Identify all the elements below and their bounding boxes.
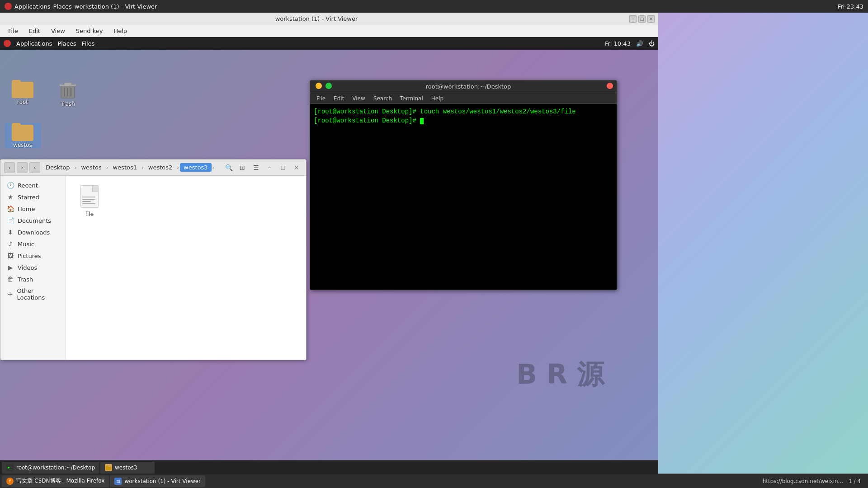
guest-taskbar-filemanager-label: westos3 — [115, 465, 137, 471]
fm-icon-view-button[interactable]: ⊞ — [236, 162, 248, 174]
virt-menu-help[interactable]: Help — [109, 27, 132, 35]
fm-sidebar: 🕐 Recent ★ Starred 🏠 Home 📄 — [0, 176, 66, 360]
term-menu-terminal[interactable]: Terminal — [396, 94, 427, 103]
fm-nav-area: ‹ › ‹ Desktop › westos › westos1 › westo… — [4, 162, 302, 174]
folder-body-westos — [12, 125, 33, 141]
terminal-minimize-button[interactable] — [316, 83, 322, 89]
fm-zoom-out-button[interactable]: − — [264, 162, 275, 174]
fm-bread-westos1[interactable]: westos1 — [109, 163, 141, 172]
desktop-icon-westos[interactable]: westos — [5, 123, 41, 148]
virt-close-button[interactable]: ✕ — [647, 15, 655, 23]
virt-menu-view[interactable]: View — [47, 27, 70, 35]
host-taskbar-url: https://blog.csdn.net/weixin... — [763, 478, 843, 484]
guest-taskbar-terminal-label: root@workstation:~/Desktop — [16, 465, 95, 471]
guest-applications-label[interactable]: Applications — [16, 40, 52, 47]
folder-icon-root — [12, 80, 33, 98]
desktop-icon-root-label: root — [17, 99, 28, 105]
file-line-1 — [82, 197, 95, 197]
host-taskbar-firefox[interactable]: f 写文章-CSDN博客 - Mozilla Firefox — [2, 475, 109, 487]
fm-sidebar-home-label: Home — [18, 206, 35, 212]
terminal-menubar: File Edit View Search Terminal Help — [310, 93, 617, 104]
videos-icon: ▶ — [7, 264, 14, 271]
fm-bread-desktop[interactable]: Desktop — [42, 163, 74, 172]
watermark: B R 源 — [516, 357, 604, 393]
fm-file-grid: file — [71, 181, 301, 220]
desktop-icon-root[interactable]: root — [5, 80, 41, 105]
guest-taskbar-terminal[interactable]: ▶_ root@workstation:~/Desktop — [2, 462, 99, 474]
fm-bread-westos[interactable]: westos — [77, 163, 105, 172]
terminal-maximize-button[interactable] — [326, 83, 332, 89]
file-doc-shape — [80, 185, 99, 208]
fm-sidebar-documents[interactable]: 📄 Documents — [2, 215, 64, 226]
virt-menu-sendkey[interactable]: Send key — [71, 27, 108, 35]
fm-bread-westos2[interactable]: westos2 — [145, 163, 176, 172]
virt-restore-button[interactable]: □ — [638, 15, 646, 23]
fm-parent-button[interactable]: ‹ — [29, 162, 40, 173]
fm-sidebar-trash[interactable]: 🗑 Trash — [2, 273, 64, 285]
folder-body — [12, 82, 33, 98]
guest-power-icon: ⏻ — [649, 40, 655, 47]
fm-file-item-file[interactable]: file — [71, 181, 108, 220]
virt-menu-file[interactable]: File — [4, 27, 23, 35]
file-manager-window: ‹ › ‹ Desktop › westos › westos1 › westo… — [0, 159, 307, 360]
terminal-cursor — [420, 118, 424, 124]
guest-taskbar-filemanager[interactable]: westos3 — [100, 462, 155, 474]
virt-win-buttons-right[interactable]: _ □ ✕ — [629, 15, 655, 23]
folder-icon-westos — [12, 123, 33, 141]
guest-topbar-right: Fri 10:43 🔊 ⏻ — [605, 40, 655, 47]
guest-taskbar: ▶_ root@workstation:~/Desktop westos3 — [0, 460, 658, 474]
fm-body: 🕐 Recent ★ Starred 🏠 Home 📄 — [0, 176, 306, 360]
guest-desktop-viewport: Applications Places Files Fri 10:43 🔊 ⏻ … — [0, 37, 658, 474]
fm-content-area: file — [66, 176, 306, 360]
filemanager-taskbar-icon — [105, 464, 112, 471]
desktop-icon-trash[interactable]: Trash — [50, 80, 86, 107]
host-places-label[interactable]: Places — [53, 3, 71, 10]
fm-sidebar-other-locations[interactable]: + Other Locations — [2, 285, 64, 303]
fm-close-button[interactable]: ✕ — [291, 162, 302, 174]
fm-sidebar-starred[interactable]: ★ Starred — [2, 191, 64, 203]
terminal-body[interactable]: [root@workstation Desktop]# touch westos… — [310, 104, 617, 290]
host-taskbar-virtviewer[interactable]: ▤ workstation (1) - Virt Viewer — [110, 475, 205, 487]
recent-icon: 🕐 — [7, 182, 14, 189]
fm-sidebar-downloads[interactable]: ⬇ Downloads — [2, 226, 64, 238]
terminal-close-button[interactable] — [607, 83, 613, 89]
fm-sidebar-downloads-label: Downloads — [18, 229, 50, 236]
fm-sidebar-videos-label: Videos — [18, 264, 37, 271]
terminal-prompt: [root@workstation Desktop]# — [314, 117, 420, 124]
virt-viewer-outer-window: workstation (1) - Virt Viewer _ □ ✕ File… — [0, 13, 658, 474]
term-menu-view[interactable]: View — [349, 94, 368, 103]
term-menu-file[interactable]: File — [313, 94, 329, 103]
guest-topbar: Applications Places Files Fri 10:43 🔊 ⏻ — [0, 37, 658, 50]
fm-sidebar-other-locations-label: Other Locations — [17, 287, 59, 301]
fm-search-button[interactable]: 🔍 — [223, 162, 235, 174]
downloads-icon: ⬇ — [7, 229, 14, 236]
fm-sidebar-home[interactable]: 🏠 Home — [2, 203, 64, 215]
fm-bread-westos3[interactable]: westos3 — [180, 163, 212, 172]
terminal-line-1: [root@workstation Desktop]# touch westos… — [314, 108, 613, 117]
virt-minimize-button[interactable]: _ — [629, 15, 637, 23]
term-menu-search[interactable]: Search — [370, 94, 396, 103]
fm-sidebar-documents-label: Documents — [18, 217, 51, 224]
term-menu-help[interactable]: Help — [428, 94, 447, 103]
guest-topbar-left: Applications Places Files — [4, 40, 94, 47]
fm-sidebar-pictures[interactable]: 🖼 Pictures — [2, 250, 64, 262]
file-line-3 — [82, 201, 91, 202]
fm-sidebar-videos[interactable]: ▶ Videos — [2, 262, 64, 273]
host-taskbar-right: https://blog.csdn.net/weixin... 1 / 4 — [763, 478, 866, 484]
guest-files-label[interactable]: Files — [82, 40, 95, 47]
music-icon: ♪ — [7, 240, 14, 248]
fm-toolbar-icons: 🔍 ⊞ ☰ − □ ✕ — [223, 162, 302, 174]
fm-forward-button[interactable]: › — [17, 162, 28, 173]
fm-back-button[interactable]: ‹ — [4, 162, 15, 173]
virt-menu-edit[interactable]: Edit — [24, 27, 45, 35]
fm-maximize-button[interactable]: □ — [277, 162, 289, 174]
fm-list-view-button[interactable]: ☰ — [250, 162, 262, 174]
fm-sidebar-pictures-label: Pictures — [18, 253, 41, 259]
guest-places-label[interactable]: Places — [57, 40, 76, 47]
host-taskbar-firefox-label: 写文章-CSDN博客 - Mozilla Firefox — [16, 477, 104, 485]
fm-sidebar-music[interactable]: ♪ Music — [2, 238, 64, 250]
fm-sidebar-recent[interactable]: 🕐 Recent — [2, 179, 64, 191]
host-applications-label[interactable]: Applications — [14, 3, 50, 10]
fm-titlebar: ‹ › ‹ Desktop › westos › westos1 › westo… — [0, 160, 306, 176]
term-menu-edit[interactable]: Edit — [330, 94, 348, 103]
